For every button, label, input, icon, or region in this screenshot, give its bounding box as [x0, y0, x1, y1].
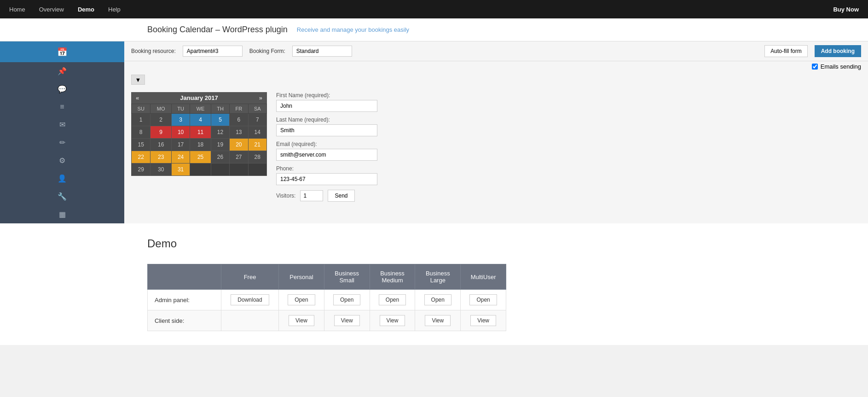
- calendar-day-4-0[interactable]: 29: [132, 163, 150, 176]
- calendar-day-4-2[interactable]: 31: [171, 163, 190, 176]
- emails-sending-row: Emails sending: [124, 61, 868, 72]
- calendar-day-2-1[interactable]: 16: [150, 139, 172, 151]
- page-title: Booking Calendar – WordPress plugin: [147, 25, 288, 35]
- sidebar-icon-gear[interactable]: ⚙: [0, 152, 124, 169]
- buy-now-link[interactable]: Buy Now: [833, 6, 859, 13]
- sidebar-icon-mail[interactable]: ✉: [0, 116, 124, 134]
- emails-sending-checkbox[interactable]: [812, 64, 818, 70]
- calendar-day-1-6[interactable]: 14: [248, 126, 266, 139]
- send-button[interactable]: Send: [328, 190, 354, 202]
- sidebar-icon-grid[interactable]: ▦: [0, 205, 124, 223]
- sidebar-icon-wrench[interactable]: 🔧: [0, 187, 124, 205]
- pricing-table-header: Free Personal BusinessSmall BusinessMedi…: [148, 264, 506, 290]
- calendar-day-2-0[interactable]: 15: [132, 139, 150, 151]
- pricing-btn-clientside:-view-4[interactable]: View: [425, 315, 451, 326]
- sidebar-icon-user[interactable]: 👤: [0, 169, 124, 187]
- calendar-day-0-6[interactable]: 7: [248, 114, 266, 126]
- table-row: Client side:ViewViewViewViewView: [148, 310, 506, 331]
- pricing-table-body: Admin panel:DownloadOpenOpenOpenOpenOpen…: [148, 290, 506, 331]
- calendar-body: 1234567891011121314151617181920212223242…: [132, 114, 267, 176]
- pricing-cell-0-0: Download: [221, 290, 279, 310]
- calendar-day-0-3[interactable]: 4: [190, 114, 211, 126]
- calendar-day-0-2[interactable]: 3: [171, 114, 190, 126]
- pricing-btn-clientside:-view-3[interactable]: View: [380, 315, 405, 326]
- dropdown-arrow[interactable]: ▼: [131, 75, 145, 85]
- phone-input[interactable]: [276, 173, 377, 185]
- pricing-cell-1-3: View: [370, 310, 415, 331]
- booking-form-input[interactable]: [292, 46, 352, 57]
- col-header-free: Free: [221, 264, 279, 290]
- calendar-day-1-1[interactable]: 9: [150, 126, 172, 139]
- pricing-btn-adminpanel:-open-1[interactable]: Open: [288, 294, 315, 305]
- calendar-day-2-6[interactable]: 21: [248, 139, 266, 151]
- nav-home[interactable]: Home: [9, 1, 25, 18]
- pricing-btn-adminpanel:-open-4[interactable]: Open: [424, 294, 451, 305]
- calendar-day-3-3[interactable]: 25: [190, 151, 211, 163]
- booking-resource-input[interactable]: [183, 46, 243, 57]
- nav-overview[interactable]: Overview: [39, 1, 64, 18]
- visitors-input[interactable]: [300, 190, 323, 201]
- pricing-btn-clientside:-view-2[interactable]: View: [334, 315, 360, 326]
- sidebar-icon-comment[interactable]: 💬: [0, 80, 124, 98]
- weekday-mo: MO: [150, 104, 172, 114]
- calendar-day-3-5[interactable]: 27: [230, 151, 248, 163]
- calendar-day-2-2[interactable]: 17: [171, 139, 190, 151]
- sidebar-icon-pen[interactable]: ✏: [0, 134, 124, 152]
- first-name-input[interactable]: [276, 100, 377, 112]
- table-row: Admin panel:DownloadOpenOpenOpenOpenOpen: [148, 290, 506, 310]
- calendar-day-2-4[interactable]: 19: [211, 139, 229, 151]
- pricing-cell-1-0: [221, 310, 279, 331]
- autofill-button[interactable]: Auto-fill form: [764, 45, 807, 57]
- calendar-next[interactable]: »: [259, 94, 262, 101]
- calendar-title: January 2017: [180, 94, 218, 101]
- last-name-input[interactable]: [276, 124, 377, 136]
- booking-content: « January 2017 » SU MO TU WE TH FR SA: [124, 88, 868, 206]
- calendar-day-2-5[interactable]: 20: [230, 139, 248, 151]
- pricing-cell-0-2: Open: [324, 290, 370, 310]
- calendar-day-0-0[interactable]: 1: [132, 114, 150, 126]
- calendar-prev[interactable]: «: [136, 94, 139, 101]
- calendar-day-4-1[interactable]: 30: [150, 163, 172, 176]
- booking-panel: Booking resource: Booking Form: Auto-fil…: [124, 41, 868, 223]
- booking-resource-label: Booking resource:: [131, 48, 176, 54]
- nav-links: Home Overview Demo Help: [9, 1, 121, 18]
- pricing-cell-1-4: View: [415, 310, 461, 331]
- pricing-cell-1-5: View: [461, 310, 506, 331]
- sidebar-logo: 📅: [0, 41, 124, 62]
- calendar-day-0-4[interactable]: 5: [211, 114, 229, 126]
- calendar-day-3-6[interactable]: 28: [248, 151, 266, 163]
- calendar-day-3-4[interactable]: 26: [211, 151, 229, 163]
- calendar-day-3-1[interactable]: 23: [150, 151, 172, 163]
- calendar-day-1-5[interactable]: 13: [230, 126, 248, 139]
- demo-title: Demo: [147, 237, 721, 250]
- calendar-day-1-0[interactable]: 8: [132, 126, 150, 139]
- calendar-day-0-5[interactable]: 6: [230, 114, 248, 126]
- pricing-btn-clientside:-view-1[interactable]: View: [289, 315, 314, 326]
- calendar-day-0-1[interactable]: 2: [150, 114, 172, 126]
- sidebar-icon-list[interactable]: ≡: [0, 98, 124, 116]
- email-input[interactable]: [276, 149, 377, 161]
- pricing-btn-adminpanel:-download-0[interactable]: Download: [231, 294, 269, 305]
- pricing-btn-adminpanel:-open-3[interactable]: Open: [379, 294, 406, 305]
- calendar-day-1-2[interactable]: 10: [171, 126, 190, 139]
- pricing-btn-adminpanel:-open-2[interactable]: Open: [333, 294, 360, 305]
- calendar-day-2-3[interactable]: 18: [190, 139, 211, 151]
- calendar-day-4-4: [211, 163, 229, 176]
- calendar-day-1-4[interactable]: 12: [211, 126, 229, 139]
- weekday-sa: SA: [248, 104, 266, 114]
- phone-label: Phone:: [276, 165, 861, 172]
- weekday-fr: FR: [230, 104, 248, 114]
- calendar-day-3-0[interactable]: 22: [132, 151, 150, 163]
- nav-demo[interactable]: Demo: [78, 1, 94, 18]
- calendar-day-4-6: [248, 163, 266, 176]
- pricing-btn-adminpanel:-open-5[interactable]: Open: [469, 294, 497, 305]
- calendar: « January 2017 » SU MO TU WE TH FR SA: [131, 92, 267, 202]
- sidebar-icon-pin[interactable]: 📌: [0, 62, 124, 80]
- pricing-btn-clientside:-view-5[interactable]: View: [470, 315, 496, 326]
- row-label-0: Admin panel:: [148, 290, 221, 310]
- add-booking-button[interactable]: Add booking: [815, 45, 861, 57]
- nav-help[interactable]: Help: [108, 1, 121, 18]
- calendar-day-3-2[interactable]: 24: [171, 151, 190, 163]
- calendar-day-1-3[interactable]: 11: [190, 126, 211, 139]
- pricing-table: Free Personal BusinessSmall BusinessMedi…: [147, 264, 506, 331]
